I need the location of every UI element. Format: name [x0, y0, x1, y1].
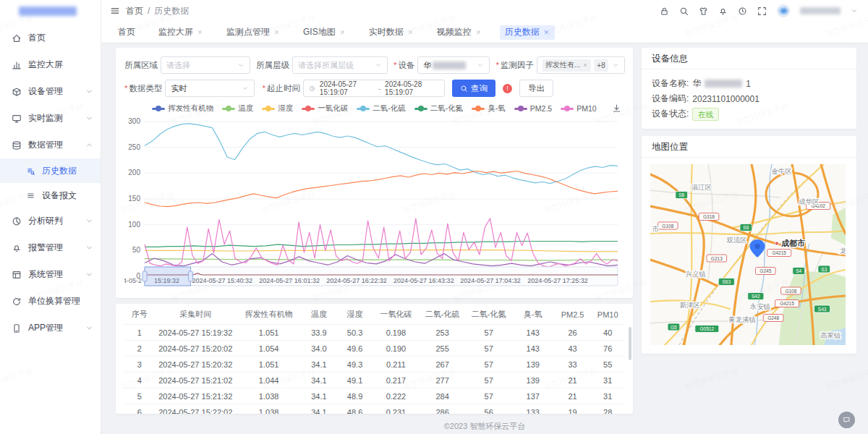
tab-home[interactable]: 首页	[113, 25, 140, 40]
chart-icon	[12, 60, 22, 70]
legend-item-3[interactable]: 一氧化碳	[302, 103, 348, 114]
table-scrollbar[interactable]	[629, 327, 631, 360]
breadcrumb-home[interactable]: 首页	[126, 5, 143, 17]
sidebar-item-monitor-screen[interactable]: 监控大屏	[0, 51, 101, 78]
tab-history-data[interactable]: 历史数据	[500, 25, 555, 40]
datazoom-handle[interactable]	[188, 271, 192, 281]
tab-close-icon[interactable]	[543, 29, 550, 35]
sidebar-item-analysis[interactable]: 分析研判	[0, 208, 101, 234]
map-city-label: 成都市	[780, 239, 805, 247]
chevron-down-icon	[612, 61, 619, 69]
right-column: 设备信息 设备名称: 华 1 设备编码: 20231101000001	[642, 48, 856, 420]
logo-redacted	[19, 7, 77, 16]
sidebar-item-alarm-mgmt[interactable]: 报警管理	[0, 234, 101, 261]
tab-realtime-data[interactable]: 实时数据	[364, 25, 419, 40]
tag-close-icon[interactable]	[582, 62, 588, 68]
tab-point-mgmt[interactable]: 监测点管理	[221, 25, 285, 40]
menu-collapse-icon[interactable]	[110, 6, 120, 16]
table-cell: 33.9	[301, 325, 337, 341]
table-cell: 34.0	[301, 341, 337, 357]
time-range-picker[interactable]: 2024-05-27 15:19:07 - 2024-05-28 15:19:0…	[303, 80, 445, 97]
legend-item-7[interactable]: PM2.5	[514, 104, 552, 113]
table-cell: 49.1	[337, 373, 373, 388]
svg-text:2024-05-27 15:40:32: 2024-05-27 15:40:32	[192, 277, 252, 284]
sidebar-item-device-message[interactable]: 设备报文	[0, 183, 101, 208]
fullscreen-icon[interactable]	[757, 7, 767, 16]
main-area: 首页 / 历史数据 首页监控大屏监测点管理GIS地图实时数据视频监控历史数据	[101, 0, 868, 434]
chevron-down-icon	[242, 85, 249, 92]
sidebar-item-app-mgmt[interactable]: APP管理	[0, 315, 101, 341]
lock-icon[interactable]	[660, 7, 669, 16]
datazoom-window[interactable]	[145, 267, 190, 286]
factors-multiselect[interactable]: 挥发性有... +8	[537, 56, 625, 74]
table-cell: 50.3	[337, 325, 373, 341]
sidebar-item-realtime-monitor[interactable]: 实时监测	[0, 105, 101, 132]
line-chart[interactable]: 0501001502002503004-05-215:19:322024-05-…	[124, 116, 624, 294]
road-badge: G318	[699, 213, 719, 221]
chat-fab-button[interactable]	[838, 412, 855, 428]
legend-item-2[interactable]: 湿度	[262, 103, 293, 114]
table-cell: 1.038	[237, 388, 301, 404]
table-cell: 76	[591, 341, 624, 357]
time-end-value[interactable]: 2024-05-28 15:19:07	[385, 80, 439, 96]
sidebar-item-unit-convert[interactable]: 单位换算管理	[0, 288, 101, 315]
sidebar-item-system-mgmt[interactable]: 系统管理	[0, 261, 101, 288]
legend-item-5[interactable]: 二氧-化氮	[414, 103, 464, 114]
table-cell: 19	[554, 404, 592, 414]
tab-close-icon[interactable]	[407, 29, 414, 35]
table-cell: 57	[466, 388, 512, 404]
column-header: 二氧-化氮	[466, 304, 512, 325]
svg-text:4-05-2: 4-05-2	[124, 277, 142, 284]
data-type-select[interactable]: 实时	[165, 80, 255, 97]
device-select[interactable]: 华	[417, 56, 490, 74]
sidebar-item-home[interactable]: 首页	[0, 25, 101, 51]
map[interactable]: S8G4202G318G108S6G4215G213S4S3G245S63G10…	[650, 164, 846, 345]
svg-text:G108: G108	[785, 289, 796, 294]
data-table-card: 序号采集时间挥发性有机物温度湿度一氧化碳二氧-化硫二氧-化氮臭-氧PM2.5PM…	[116, 304, 633, 414]
bell-icon[interactable]	[718, 7, 728, 16]
table-cell: 4	[124, 373, 154, 388]
road-badge: S43	[814, 305, 830, 312]
table-cell: 0.190	[373, 341, 419, 357]
region-select[interactable]: 请选择	[161, 56, 250, 74]
username-redacted[interactable]	[800, 7, 841, 14]
legend-item-4[interactable]: 二氧-化硫	[357, 103, 406, 114]
datazoom-handle[interactable]	[142, 271, 147, 281]
sidebar-item-history-data[interactable]: 历史数据	[0, 158, 101, 183]
legend-item-6[interactable]: 臭-氧	[472, 103, 506, 114]
sidebar-item-label: 设备报文	[42, 190, 93, 202]
legend-item-8[interactable]: PM10	[561, 104, 596, 113]
export-button[interactable]: 导出	[519, 80, 553, 97]
tab-monitor-screen[interactable]: 监控大屏	[153, 25, 208, 40]
error-badge[interactable]: !	[503, 84, 512, 93]
tab-close-icon[interactable]	[475, 29, 482, 35]
legend-item-1[interactable]: 温度	[222, 103, 253, 114]
theme-icon[interactable]	[699, 7, 708, 16]
topbar-actions	[660, 4, 858, 17]
clock-icon[interactable]	[738, 7, 747, 16]
tab-close-icon[interactable]	[339, 29, 346, 35]
search-icon[interactable]	[679, 7, 689, 16]
breadcrumb-current: 历史数据	[154, 5, 189, 17]
table-cell: 48.9	[337, 388, 373, 404]
svg-text:G108: G108	[662, 224, 673, 229]
sidebar-item-device-mgmt[interactable]: 设备管理	[0, 78, 101, 105]
tab-gis-map[interactable]: GIS地图	[298, 25, 351, 40]
level-select[interactable]: 请选择所属层级	[292, 56, 388, 74]
legend-item-0[interactable]: 挥发性有机物	[152, 103, 213, 114]
user-chevron-down-icon[interactable]	[851, 7, 858, 14]
avatar[interactable]	[777, 4, 790, 17]
time-start-value[interactable]: 2024-05-27 15:19:07	[320, 80, 374, 96]
tab-close-icon[interactable]	[197, 29, 203, 35]
search-icon	[460, 85, 468, 93]
svg-text:G213: G213	[711, 256, 723, 261]
tab-video-monitor[interactable]: 视频监控	[432, 25, 487, 40]
table-cell: 0.231	[373, 404, 419, 414]
download-icon[interactable]	[612, 103, 621, 113]
factor-more-tag[interactable]: +8	[594, 59, 608, 72]
search-button[interactable]: 查询	[452, 80, 495, 97]
sidebar-item-data-mgmt[interactable]: 数据管理	[0, 132, 101, 158]
svg-text:2024-05-27 17:04:32: 2024-05-27 17:04:32	[460, 277, 521, 284]
svg-text:G318: G318	[703, 214, 715, 219]
tab-close-icon[interactable]	[273, 29, 280, 35]
